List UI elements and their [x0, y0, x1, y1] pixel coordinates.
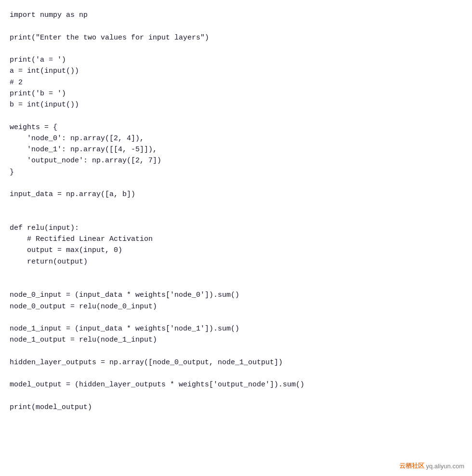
- code-block: import numpy as np print("Enter the two …: [10, 10, 462, 413]
- watermark-url: yq.aliyun.com: [426, 463, 464, 470]
- code-container: import numpy as np print("Enter the two …: [0, 0, 472, 476]
- watermark-logo: 云栖社区: [399, 462, 424, 470]
- watermark: 云栖社区 yq.aliyun.com: [399, 462, 464, 470]
